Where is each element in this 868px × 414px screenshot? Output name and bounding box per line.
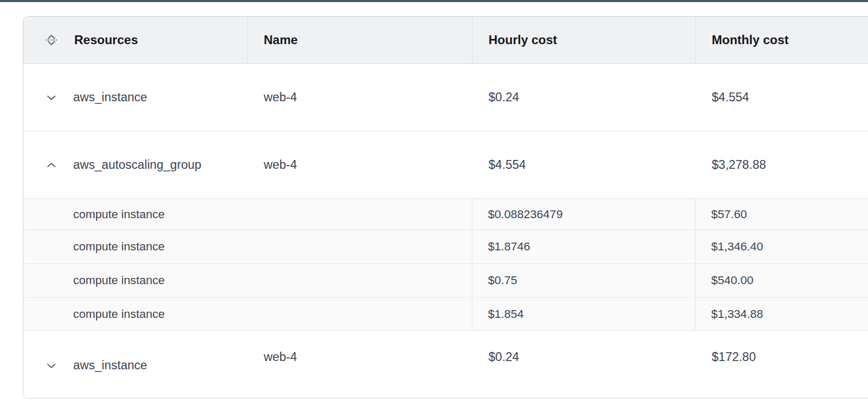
table-row-resource[interactable]: aws_autoscaling_group web-4 $4.554 $3,27… <box>23 131 868 199</box>
hourly-cost-cell: $0.24 <box>472 64 696 131</box>
resources-cost-table: Resources Name Hourly cost Monthly cost … <box>23 16 868 398</box>
name-cell: web-4 <box>248 64 472 131</box>
monthly-cost-cell: $4.554 <box>696 64 868 131</box>
monthly-cost-cell: $1,334.88 <box>696 298 868 330</box>
column-header-resources: Resources <box>23 17 248 63</box>
resource-cell: aws_instance <box>23 332 248 398</box>
column-header-label: Resources <box>74 33 138 47</box>
hourly-cost-cell: $1.854 <box>472 298 696 330</box>
top-accent-bar <box>0 0 868 2</box>
hourly-cost-cell: $0.75 <box>472 264 696 297</box>
column-header-monthly-cost: Monthly cost <box>696 17 868 63</box>
table-row-cost-component: compute instance $0.75 $540.00 <box>23 264 868 298</box>
column-header-label: Monthly cost <box>712 33 789 47</box>
monthly-cost-cell: $57.60 <box>696 199 868 230</box>
chevron-down-icon[interactable] <box>46 95 57 101</box>
table-header-row: Resources Name Hourly cost Monthly cost <box>23 17 868 64</box>
column-header-name: Name <box>248 17 472 63</box>
drag-reorder-icon[interactable] <box>44 33 59 47</box>
hourly-cost-cell: $0.24 <box>472 331 696 398</box>
column-header-label: Name <box>264 33 297 47</box>
resource-cell: aws_instance <box>23 64 248 131</box>
cost-component-label-cell: compute instance <box>23 230 472 263</box>
column-header-hourly-cost: Hourly cost <box>472 17 696 63</box>
hourly-cost-cell: $1.8746 <box>472 230 696 263</box>
cost-component-label-cell: compute instance <box>23 298 472 330</box>
name-cell: web-4 <box>248 131 472 198</box>
column-header-label: Hourly cost <box>489 33 557 47</box>
chevron-down-icon[interactable] <box>46 363 57 369</box>
monthly-cost-cell: $1,346.40 <box>696 230 868 263</box>
resource-cell: aws_autoscaling_group <box>23 131 248 198</box>
cost-component-label-cell: compute instance <box>23 264 472 297</box>
table-row-cost-component: compute instance $0.088236479 $57.60 <box>23 199 868 230</box>
table-row-resource[interactable]: aws_instance web-4 $0.24 $172.80 <box>23 331 868 398</box>
table-row-cost-component: compute instance $1.8746 $1,346.40 <box>23 230 868 264</box>
hourly-cost-cell: $4.554 <box>472 131 696 198</box>
chevron-up-icon[interactable] <box>46 162 57 168</box>
hourly-cost-cell: $0.088236479 <box>472 199 696 230</box>
resource-type: aws_instance <box>73 90 147 104</box>
monthly-cost-cell: $540.00 <box>696 264 868 297</box>
name-cell: web-4 <box>248 331 472 398</box>
table-row-cost-component: compute instance $1.854 $1,334.88 <box>23 298 868 331</box>
monthly-cost-cell: $3,278.88 <box>696 131 868 198</box>
monthly-cost-cell: $172.80 <box>696 331 868 398</box>
resource-type: aws_instance <box>73 358 147 372</box>
table-row-resource[interactable]: aws_instance web-4 $0.24 $4.554 <box>23 64 868 131</box>
resource-type: aws_autoscaling_group <box>73 158 201 172</box>
cost-component-label-cell: compute instance <box>23 199 472 230</box>
